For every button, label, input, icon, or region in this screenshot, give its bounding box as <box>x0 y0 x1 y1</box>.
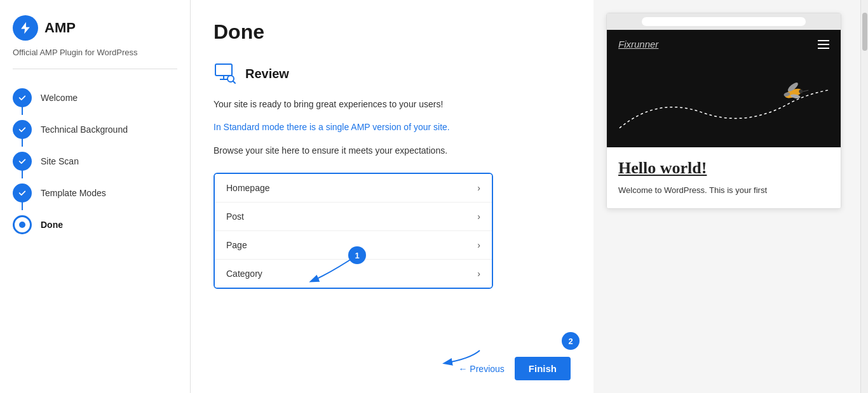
template-modes-check-icon <box>13 183 32 203</box>
review-header: Review <box>214 62 493 86</box>
site-link-category-label: Category <box>226 269 262 279</box>
svg-rect-0 <box>215 64 232 76</box>
scrollbar[interactable] <box>860 0 868 393</box>
site-link-page-label: Page <box>226 240 247 250</box>
scroll-thumb[interactable] <box>862 13 867 51</box>
svg-line-12 <box>803 90 808 91</box>
chevron-right-icon: › <box>477 183 480 193</box>
brand-header: AMP <box>13 15 177 41</box>
site-hero <box>607 58 841 147</box>
sidebar-item-done-label: Done <box>41 220 63 230</box>
amp-logo <box>13 15 38 41</box>
site-link-homepage[interactable]: Homepage › <box>215 174 492 203</box>
previous-button[interactable]: ← Previous <box>458 364 504 374</box>
sidebar-item-welcome[interactable]: Welcome <box>13 82 177 114</box>
sidebar-item-site-scan-label: Site Scan <box>41 156 79 166</box>
site-link-homepage-label: Homepage <box>226 183 270 193</box>
chevron-right-icon: › <box>477 240 480 250</box>
review-icon <box>214 62 238 86</box>
sidebar-item-technical-background[interactable]: Technical Background <box>13 114 177 145</box>
review-text-2: In Standard mode there is a single AMP v… <box>214 120 493 134</box>
annotation-badge-2: 2 <box>562 332 580 350</box>
device-frame: Fixrunner <box>606 13 841 209</box>
main-content: Done Review Your site is ready to bring … <box>191 0 593 393</box>
address-bar <box>642 17 806 26</box>
review-text-1: Your site is ready to bring great experi… <box>214 97 493 111</box>
sidebar-item-technical-background-label: Technical Background <box>41 124 128 135</box>
page-title: Done <box>214 20 571 44</box>
device-top-bar <box>607 13 841 30</box>
sidebar-item-welcome-label: Welcome <box>41 93 78 103</box>
sidebar-item-template-modes-label: Template Modes <box>41 188 106 198</box>
technical-background-check-icon <box>13 120 32 139</box>
svg-point-11 <box>799 90 803 93</box>
brand-subtitle: Official AMP Plugin for WordPress <box>13 47 177 58</box>
site-scan-check-icon <box>13 152 32 171</box>
sidebar-item-site-scan[interactable]: Site Scan <box>13 145 177 177</box>
sidebar-divider <box>13 69 177 69</box>
chevron-right-icon: › <box>477 269 480 279</box>
nav-items: Welcome Technical Background Site Scan <box>13 82 177 241</box>
annotation-badge-1: 1 <box>348 246 366 264</box>
sidebar-item-done[interactable]: Done <box>13 209 177 241</box>
site-header: Fixrunner <box>607 30 841 58</box>
sidebar: AMP Official AMP Plugin for WordPress We… <box>0 0 191 393</box>
site-link-post-label: Post <box>226 211 244 222</box>
site-link-category[interactable]: Category › <box>215 260 492 288</box>
finish-button[interactable]: Finish <box>515 357 571 380</box>
site-content: Hello world! Welcome to WordPress. This … <box>607 147 841 208</box>
svg-line-4 <box>233 81 236 84</box>
site-link-post[interactable]: Post › <box>215 203 492 231</box>
review-title: Review <box>245 67 289 81</box>
review-text-3: Browse your site here to ensure it meets… <box>214 143 493 157</box>
bottom-navigation: ← Previous Finish 2 <box>458 357 571 380</box>
sidebar-item-template-modes[interactable]: Template Modes <box>13 177 177 209</box>
hero-illustration <box>607 58 841 147</box>
site-name: Fixrunner <box>618 39 658 50</box>
hello-world-heading: Hello world! <box>618 159 829 178</box>
site-links-box: Homepage › Post › Page › Category › <box>214 173 493 289</box>
done-active-icon <box>13 215 32 234</box>
site-content-text: Welcome to WordPress. This is your first <box>618 184 829 197</box>
preview-panel: Fixrunner <box>593 0 860 393</box>
hamburger-icon <box>818 40 829 49</box>
welcome-check-icon <box>13 88 32 107</box>
chevron-right-icon: › <box>477 211 480 222</box>
brand-title: AMP <box>44 20 76 36</box>
